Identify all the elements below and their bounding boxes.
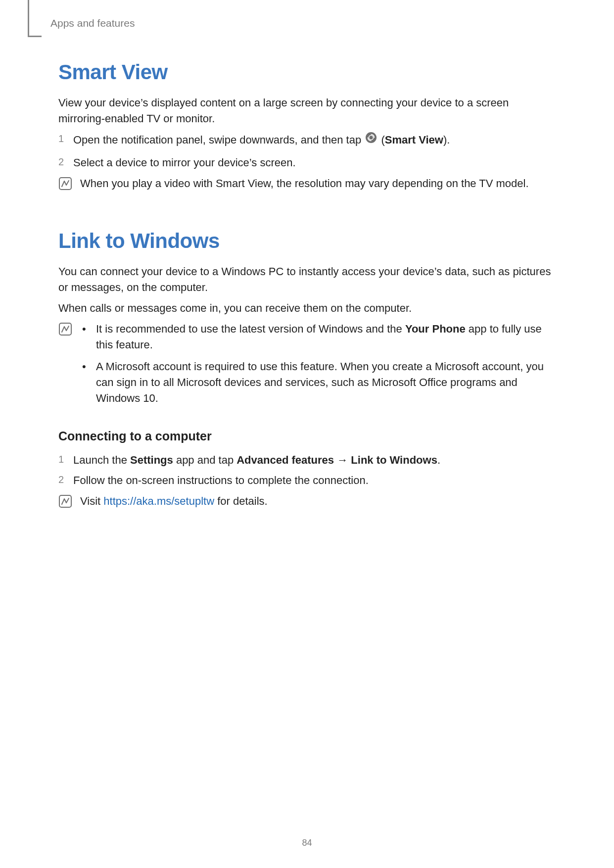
header-rule-horizontal bbox=[28, 36, 42, 37]
note-body: Visit https://aka.ms/setupltw for detail… bbox=[80, 493, 556, 513]
subheading-connecting: Connecting to a computer bbox=[58, 429, 556, 443]
ltw-intro-1: You can connect your device to a Windows… bbox=[58, 264, 556, 295]
step-text: ). bbox=[443, 134, 450, 146]
step-text: Launch the bbox=[73, 454, 130, 466]
heading-smart-view: Smart View bbox=[58, 60, 556, 84]
bullet-text: It is recommended to use the latest vers… bbox=[96, 323, 405, 335]
bullet-dot: • bbox=[80, 321, 96, 353]
ltw-note-2: Visit https://aka.ms/setupltw for detail… bbox=[58, 493, 556, 513]
step-text-bold: Advanced features bbox=[236, 454, 334, 466]
step-text-bold: Settings bbox=[130, 454, 173, 466]
step-body: Launch the Settings app and tap Advanced… bbox=[73, 452, 556, 468]
step-text-bold: Smart View bbox=[385, 134, 443, 146]
ltw-step-1: 1 Launch the Settings app and tap Advanc… bbox=[58, 452, 556, 468]
content-body: Smart View View your device’s displayed … bbox=[58, 60, 556, 513]
bullet-body: A Microsoft account is required to use t… bbox=[96, 359, 556, 406]
step-number: 1 bbox=[58, 452, 73, 468]
header-rule-vertical bbox=[28, 0, 29, 37]
step-number: 2 bbox=[58, 155, 73, 171]
ltw-intro-2: When calls or messages come in, you can … bbox=[58, 300, 556, 316]
step-text: app and tap bbox=[173, 454, 236, 466]
note-text: Visit bbox=[80, 495, 103, 507]
bullet-body: It is recommended to use the latest vers… bbox=[96, 321, 556, 353]
note-body: When you play a video with Smart View, t… bbox=[80, 176, 556, 195]
section-link-to-windows: Link to Windows You can connect your dev… bbox=[58, 229, 556, 513]
step-text: → bbox=[334, 454, 351, 466]
step-number: 1 bbox=[58, 132, 73, 150]
ltw-note-1: • It is recommended to use the latest ve… bbox=[58, 321, 556, 412]
setup-link[interactable]: https://aka.ms/setupltw bbox=[103, 495, 214, 507]
note-text: for details. bbox=[214, 495, 268, 507]
heading-link-to-windows: Link to Windows bbox=[58, 229, 556, 253]
step-text: Open the notification panel, swipe downw… bbox=[73, 134, 364, 146]
note-icon bbox=[58, 321, 80, 412]
svg-point-0 bbox=[366, 132, 377, 143]
note-bullet-1: • It is recommended to use the latest ve… bbox=[80, 321, 556, 353]
page-number: 84 bbox=[0, 838, 614, 848]
step-text-bold: Link to Windows bbox=[351, 454, 437, 466]
smart-view-step-1: 1 Open the notification panel, swipe dow… bbox=[58, 132, 556, 150]
section-label: Apps and features bbox=[50, 17, 135, 29]
note-body: • It is recommended to use the latest ve… bbox=[80, 321, 556, 412]
ltw-step-2: 2 Follow the on-screen instructions to c… bbox=[58, 473, 556, 488]
step-body: Follow the on-screen instructions to com… bbox=[73, 473, 556, 488]
step-text: . bbox=[437, 454, 440, 466]
page: Apps and features Smart View View your d… bbox=[0, 0, 614, 868]
note-icon bbox=[58, 493, 80, 513]
smart-view-step-2: 2 Select a device to mirror your device’… bbox=[58, 155, 556, 171]
step-body: Select a device to mirror your device’s … bbox=[73, 155, 556, 171]
note-icon bbox=[58, 176, 80, 195]
step-number: 2 bbox=[58, 473, 73, 488]
bullet-dot: • bbox=[80, 359, 96, 406]
smart-view-intro: View your device’s displayed content on … bbox=[58, 95, 556, 127]
step-text: ( bbox=[381, 134, 384, 146]
bullet-text-bold: Your Phone bbox=[405, 323, 466, 335]
step-body: Open the notification panel, swipe downw… bbox=[73, 132, 556, 150]
note-bullet-2: • A Microsoft account is required to use… bbox=[80, 359, 556, 406]
smart-view-note: When you play a video with Smart View, t… bbox=[58, 176, 556, 195]
smart-view-icon bbox=[365, 132, 377, 148]
